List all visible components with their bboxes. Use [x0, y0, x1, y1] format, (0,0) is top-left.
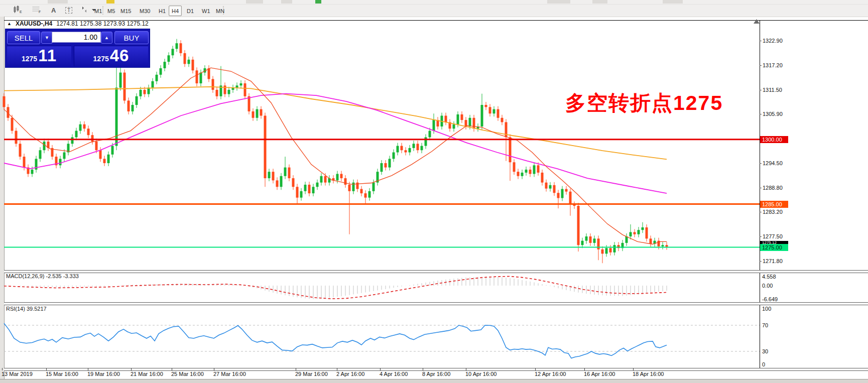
candle-body — [421, 146, 423, 151]
sell-button[interactable]: SELL — [7, 31, 40, 44]
candle-body — [176, 43, 178, 49]
rsi-line — [4, 323, 667, 358]
candle-body — [11, 118, 14, 131]
scroll-to-start-icon[interactable] — [754, 19, 760, 24]
candle-body — [168, 55, 170, 62]
buy-button[interactable]: BUY — [114, 31, 149, 44]
candle-body — [461, 114, 463, 120]
candle-body — [3, 96, 6, 107]
candle-body — [489, 107, 491, 113]
candle-body — [19, 144, 22, 157]
candle-body — [136, 96, 138, 105]
time-axis-label: 8 Apr 16:00 — [422, 371, 450, 377]
candle-body — [284, 168, 287, 176]
volume-increase-button[interactable]: ▲ — [101, 32, 112, 44]
candle-body — [276, 180, 279, 187]
chart-text-annotation: 多空转折点1275 — [565, 89, 723, 117]
candle-body — [304, 185, 307, 191]
candle-body — [401, 146, 403, 151]
candle-body — [497, 109, 500, 118]
candle-body — [292, 178, 295, 187]
time-axis-label: 10 Apr 16:00 — [465, 371, 497, 377]
window-bottom-edge — [0, 379, 868, 383]
price-axis-label: 1305.90 — [763, 110, 783, 117]
candle-body — [626, 236, 628, 243]
candle-body — [634, 232, 636, 234]
candle-body — [429, 131, 431, 138]
candle-body — [43, 142, 46, 150]
candle-body — [425, 137, 427, 146]
candle-body — [368, 191, 371, 198]
time-tick — [380, 368, 381, 370]
volume-decrease-button[interactable]: ▼ — [41, 32, 53, 44]
candle-body — [192, 60, 194, 70]
candle-body — [409, 148, 411, 153]
collapse-triangle-icon[interactable]: ▲ — [7, 21, 12, 26]
candle-body — [132, 105, 134, 111]
candle-body — [385, 163, 387, 168]
candle-body — [469, 118, 471, 126]
candle-body — [316, 183, 319, 187]
candle-body — [565, 189, 568, 192]
candle-body — [160, 68, 162, 75]
macd-indicator-label: MACD(12,26,9) -2.535 -3.333 — [6, 273, 79, 279]
candle-body — [397, 146, 399, 153]
candle-body — [256, 109, 259, 118]
sell-price-small: 1275 — [22, 55, 37, 63]
candle-body — [23, 157, 26, 167]
candle-body — [549, 185, 552, 189]
price-axis-label: 1283.20 — [763, 208, 783, 215]
candle-body — [517, 172, 520, 176]
time-axis-label: 18 Apr 16:00 — [633, 371, 664, 377]
time-axis-label: 13 Mar 2019 — [2, 371, 33, 377]
candle-body — [31, 170, 34, 174]
price-tick — [760, 114, 762, 114]
sell-price-display[interactable]: 1275 11 — [7, 46, 71, 66]
candle-body — [521, 173, 524, 176]
candle-body — [15, 131, 18, 144]
candle-body — [260, 109, 263, 116]
price-tick — [760, 65, 762, 66]
candle-body — [164, 62, 166, 68]
time-axis-label: 19 Mar 16:00 — [87, 371, 120, 377]
time-tick — [131, 368, 132, 370]
price-axis-label: 1271.80 — [763, 258, 783, 265]
volume-input[interactable] — [52, 32, 101, 43]
buy-price-big: 46 — [110, 46, 130, 65]
candle-body — [300, 191, 303, 198]
candle-body — [312, 187, 315, 193]
price-axis-label: 1311.50 — [763, 86, 782, 93]
price-tick — [760, 261, 762, 262]
candle-body — [244, 83, 246, 96]
macd-pane-splitter[interactable] — [4, 270, 868, 273]
price-axis-label: 1277.50 — [763, 233, 783, 240]
price-tick — [760, 188, 762, 188]
candle-body — [59, 159, 62, 165]
candle-body — [666, 245, 668, 246]
time-tick — [46, 368, 47, 370]
buy-price-display[interactable]: 1275 46 — [74, 46, 148, 66]
price-tick — [760, 163, 762, 164]
chart-title: ▲ XAUUSD-,H4 1274.81 1275.38 1273.93 127… — [7, 20, 149, 27]
candle-body — [613, 245, 616, 252]
candle-body — [557, 193, 560, 198]
macd-signal-line — [4, 277, 667, 299]
candle-body — [184, 53, 186, 64]
rsi-pane-splitter[interactable] — [4, 302, 868, 305]
candle-body — [501, 118, 504, 122]
candle-body — [308, 185, 311, 193]
macd-axis-label: -6.649 — [762, 296, 778, 302]
candle-body — [445, 115, 447, 122]
symbol-name: XAUUSD-,H4 — [16, 20, 52, 27]
candle-body — [39, 150, 42, 159]
candle-body — [601, 249, 604, 254]
price-axis-label: 1294.50 — [763, 160, 783, 167]
time-axis-label: 2 Apr 16:00 — [336, 371, 364, 377]
candle-body — [71, 137, 74, 144]
time-axis-label: 27 Mar 16:00 — [213, 371, 246, 377]
rsi-axis-label: 0 — [762, 361, 765, 367]
price-axis-label: 1288.80 — [763, 184, 783, 191]
candle-body — [509, 137, 512, 162]
candle-body — [336, 174, 339, 180]
candle-body — [569, 192, 572, 205]
